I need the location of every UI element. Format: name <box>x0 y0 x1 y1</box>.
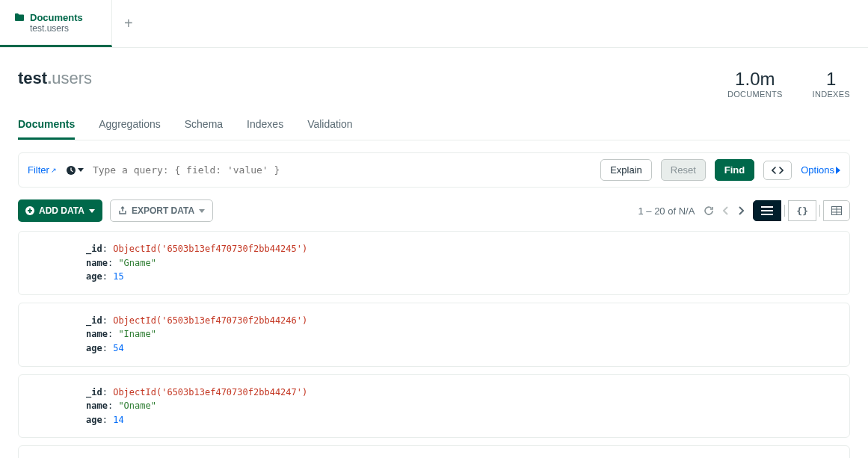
subtab-schema[interactable]: Schema <box>185 111 223 140</box>
tab-title-text: Documents <box>30 12 83 23</box>
clock-icon <box>66 165 76 176</box>
stat-documents: 1.0m DOCUMENTS <box>727 69 783 99</box>
tab-add-button[interactable]: + <box>112 0 145 47</box>
documents-list: _id: ObjectId('6503b13ef470730f2bb44245'… <box>18 231 850 458</box>
add-data-label: ADD DATA <box>39 205 84 216</box>
document-card[interactable]: _id: ObjectId('6503b13ef470730f2bb44245'… <box>18 231 850 295</box>
code-toggle-button[interactable] <box>763 161 792 180</box>
view-mode-toggle: {} <box>753 200 850 221</box>
add-data-button[interactable]: ADD DATA <box>18 199 102 222</box>
view-table-button[interactable] <box>823 200 850 221</box>
tab-documents[interactable]: Documents test.users <box>0 0 112 47</box>
subtab-indexes[interactable]: Indexes <box>247 111 283 140</box>
filter-label: Filter <box>28 164 49 176</box>
refresh-button[interactable] <box>704 205 714 216</box>
next-page-button[interactable] <box>738 206 744 215</box>
reset-button[interactable]: Reset <box>661 159 706 181</box>
prev-page-button[interactable] <box>723 206 729 215</box>
chevron-right-icon <box>836 167 840 174</box>
options-link[interactable]: Options <box>801 164 840 176</box>
stats: 1.0m DOCUMENTS 1 INDEXES <box>727 69 850 99</box>
subtab-aggregations[interactable]: Aggregations <box>99 111 161 140</box>
stat-indexes: 1 INDEXES <box>813 69 850 99</box>
code-icon <box>772 166 784 175</box>
namespace-collection: users <box>52 69 92 87</box>
braces-icon: {} <box>796 205 808 217</box>
stat-indexes-label: INDEXES <box>813 90 850 99</box>
query-history-button[interactable] <box>66 165 84 176</box>
plus-icon: + <box>124 15 133 32</box>
chevron-down-icon <box>78 168 84 172</box>
find-button[interactable]: Find <box>715 159 754 181</box>
chevron-down-icon <box>89 209 95 213</box>
view-json-button[interactable]: {} <box>788 200 816 221</box>
namespace-title: test.users <box>18 69 92 88</box>
document-card[interactable]: _id: ObjectId('6503b13ef470730f2bb44247'… <box>18 374 850 439</box>
tab-subtitle: test.users <box>30 23 96 34</box>
pagination-text: 1 – 20 of N/A <box>638 205 695 217</box>
document-card[interactable]: _id: ObjectId('6503b13ef470730f2bb44248'… <box>18 445 850 458</box>
export-icon <box>118 206 127 215</box>
subtabs: Documents Aggregations Schema Indexes Va… <box>18 111 850 140</box>
view-list-button[interactable] <box>753 200 781 221</box>
export-data-button[interactable]: EXPORT DATA <box>110 199 213 222</box>
table-icon <box>831 206 842 215</box>
query-input[interactable] <box>93 164 591 176</box>
header: test.users 1.0m DOCUMENTS 1 INDEXES <box>18 48 850 111</box>
document-card[interactable]: _id: ObjectId('6503b13ef470730f2bb44246'… <box>18 303 850 367</box>
subtab-validation[interactable]: Validation <box>307 111 352 140</box>
filter-link[interactable]: Filter↗ <box>28 164 57 176</box>
folder-icon <box>15 13 24 21</box>
query-bar: Filter↗ Explain Reset Find Options <box>18 152 850 188</box>
stat-indexes-value: 1 <box>813 69 850 90</box>
namespace-db: test <box>18 69 47 87</box>
divider <box>784 205 785 217</box>
explain-button[interactable]: Explain <box>600 159 652 181</box>
plus-circle-icon <box>25 206 34 215</box>
export-label: EXPORT DATA <box>132 205 194 216</box>
stat-documents-label: DOCUMENTS <box>727 90 783 99</box>
options-label: Options <box>801 164 834 176</box>
divider <box>819 205 820 217</box>
list-icon <box>761 206 773 215</box>
stat-documents-value: 1.0m <box>727 69 783 90</box>
subtab-documents[interactable]: Documents <box>18 111 75 140</box>
external-link-icon: ↗ <box>51 167 57 174</box>
chevron-down-icon <box>199 209 205 213</box>
toolbar: ADD DATA EXPORT DATA 1 – 20 of N/A <box>18 199 850 222</box>
tab-bar: Documents test.users + <box>0 0 868 48</box>
